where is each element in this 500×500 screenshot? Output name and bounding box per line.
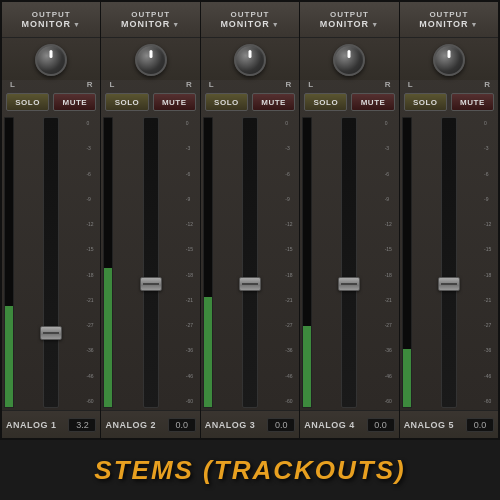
scale-label: -18 [186,273,198,278]
solo-button-4[interactable]: SOLO [304,93,347,111]
scale-label: -27 [86,323,98,328]
fader-track-5 [441,117,457,408]
scale-label: -21 [86,298,98,303]
channel-name-area-3: ANALOG 3 0.0 [201,410,299,438]
fader-column-1 [18,117,84,408]
header-monitor-2: MONITOR ▼ [105,19,195,29]
lr-right-3: R [285,80,291,89]
mute-button-4[interactable]: MUTE [351,93,394,111]
knob-area-3 [201,38,299,80]
fader-section-1: 0-3-6-9-12-15-18-21-27-36-46-60 [2,115,100,410]
vu-green-1 [5,306,13,407]
knob-3[interactable] [234,44,266,76]
knob-dot-5 [447,50,450,58]
knob-area-5 [400,38,498,80]
channel-header-5[interactable]: OUTPUT MONITOR ▼ [400,2,498,38]
channel-name-area-4: ANALOG 4 0.0 [300,410,398,438]
scale-label: -3 [385,146,397,151]
channel-header-4[interactable]: OUTPUT MONITOR ▼ [300,2,398,38]
mixer-area: OUTPUT MONITOR ▼ L R SOLO MUTE 0-3-6-9-1… [0,0,500,440]
channel-name-2: ANALOG 2 [105,420,156,430]
knob-4[interactable] [333,44,365,76]
header-output-1: OUTPUT [6,10,96,19]
vu-column-4 [302,117,314,408]
vu-column-2 [103,117,115,408]
scale-label: -27 [484,323,496,328]
scale-label: -12 [285,222,297,227]
channel-header-3[interactable]: OUTPUT MONITOR ▼ [201,2,299,38]
channel-header-1[interactable]: OUTPUT MONITOR ▼ [2,2,100,38]
fader-handle-3[interactable] [239,277,261,291]
header-output-4: OUTPUT [304,10,394,19]
scale-label: -3 [86,146,98,151]
solo-button-3[interactable]: SOLO [205,93,248,111]
knob-5[interactable] [433,44,465,76]
scale-label: -21 [484,298,496,303]
header-monitor-1: MONITOR ▼ [6,19,96,29]
scale-label: -60 [285,399,297,404]
scale-label: -46 [285,374,297,379]
scale-label: -60 [385,399,397,404]
fader-section-4: 0-3-6-9-12-15-18-21-27-36-46-60 [300,115,398,410]
lr-left-3: L [209,80,214,89]
mute-button-1[interactable]: MUTE [53,93,96,111]
lr-label-3: L R [201,80,299,89]
fader-column-2 [117,117,183,408]
dropdown-arrow-3: ▼ [272,21,280,28]
fader-handle-5[interactable] [438,277,460,291]
scale-label: -21 [186,298,198,303]
scale-label: -3 [285,146,297,151]
scale-label: 0 [86,121,98,126]
vu-green-5 [403,349,411,407]
solo-mute-row-1: SOLO MUTE [2,89,100,115]
mute-button-5[interactable]: MUTE [451,93,494,111]
scale-label: -60 [484,399,496,404]
scale-label: -6 [385,172,397,177]
lr-label-2: L R [101,80,199,89]
mute-button-3[interactable]: MUTE [252,93,295,111]
knob-dot-3 [249,50,252,58]
channel-name-1: ANALOG 1 [6,420,57,430]
scale-label: -6 [285,172,297,177]
scale-label: -36 [186,348,198,353]
channel-strip-4: OUTPUT MONITOR ▼ L R SOLO MUTE 0-3-6-9-1… [300,2,399,438]
channel-name-3: ANALOG 3 [205,420,256,430]
solo-button-1[interactable]: SOLO [6,93,49,111]
knob-1[interactable] [35,44,67,76]
fader-track-3 [242,117,258,408]
scale-label: -9 [285,197,297,202]
scale-label: 0 [484,121,496,126]
dropdown-arrow-4: ▼ [371,21,379,28]
scale-column-2: 0-3-6-9-12-15-18-21-27-36-46-60 [186,117,198,408]
solo-button-5[interactable]: SOLO [404,93,447,111]
fader-column-5 [416,117,482,408]
solo-mute-row-2: SOLO MUTE [101,89,199,115]
scale-label: -6 [86,172,98,177]
scale-label: -46 [385,374,397,379]
channel-header-2[interactable]: OUTPUT MONITOR ▼ [101,2,199,38]
solo-button-2[interactable]: SOLO [105,93,148,111]
scale-label: -18 [285,273,297,278]
vu-column-1 [4,117,16,408]
channel-name-area-1: ANALOG 1 3.2 [2,410,100,438]
mute-button-2[interactable]: MUTE [153,93,196,111]
lr-right-2: R [186,80,192,89]
scale-label: 0 [186,121,198,126]
scale-label: -6 [484,172,496,177]
fader-track-2 [143,117,159,408]
scale-label: -60 [86,399,98,404]
lr-label-1: L R [2,80,100,89]
fader-handle-2[interactable] [140,277,162,291]
channel-strip-5: OUTPUT MONITOR ▼ L R SOLO MUTE 0-3-6-9-1… [400,2,498,438]
scale-label: -15 [86,247,98,252]
fader-handle-4[interactable] [338,277,360,291]
fader-handle-1[interactable] [40,326,62,340]
dropdown-arrow-2: ▼ [172,21,180,28]
solo-mute-row-5: SOLO MUTE [400,89,498,115]
knob-area-1 [2,38,100,80]
vu-green-3 [204,297,212,407]
lr-left-5: L [408,80,413,89]
vu-green-2 [104,268,112,407]
knob-2[interactable] [135,44,167,76]
header-output-2: OUTPUT [105,10,195,19]
